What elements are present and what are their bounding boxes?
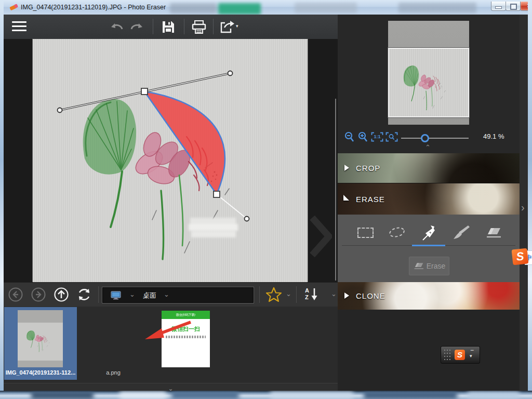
back-button[interactable]: [8, 287, 23, 302]
filmstrip-item-label: IMG_0474(20191231-112...: [4, 369, 77, 376]
clone-expand-icon: [344, 292, 349, 299]
refresh-button[interactable]: [77, 287, 91, 302]
redo-button[interactable]: [130, 21, 144, 32]
annotation-arrow: [139, 317, 196, 343]
close-icon: x: [521, 2, 528, 10]
pen-icon: [420, 225, 438, 241]
eraser-icon: [485, 225, 502, 241]
location-dropdown-chevron-icon[interactable]: ⌄: [164, 290, 169, 298]
actual-size-button[interactable]: 1:1: [371, 132, 383, 142]
zoom-controls: 1:1 49.1 % ⌃: [338, 130, 520, 148]
handle-point: [245, 217, 249, 221]
fit-screen-button[interactable]: [385, 132, 398, 142]
zoom-percent: 49.1 %: [483, 132, 504, 140]
erase-button[interactable]: Erase: [409, 257, 449, 275]
crop-label: CROP: [356, 164, 380, 172]
zoom-out-button[interactable]: [344, 131, 355, 143]
navigator-thumbnail[interactable]: [388, 21, 469, 125]
sort-letter-a: A: [305, 287, 309, 294]
photo-document[interactable]: [33, 39, 308, 282]
image-canvas[interactable]: [4, 39, 338, 282]
ime-floating-badge[interactable]: 中 S: [512, 248, 532, 268]
menu-button[interactable]: [12, 21, 26, 32]
app-icon: [9, 3, 19, 11]
next-image-arrow[interactable]: [309, 216, 332, 257]
bar-separator: [296, 286, 297, 303]
marquee-icon: [357, 228, 374, 238]
forward-button[interactable]: [31, 287, 46, 302]
sort-button[interactable]: A Z: [304, 287, 325, 303]
navigator-viewport[interactable]: [388, 48, 469, 117]
favorites-chevron-icon[interactable]: ⌄: [286, 290, 291, 298]
up-icon: [54, 287, 69, 302]
redo-icon: [130, 21, 144, 32]
sogou-logo: S: [512, 248, 529, 265]
sogou-logo[interactable]: S: [455, 350, 465, 360]
toolbar-separator: [184, 19, 184, 34]
erase-collapse-icon: [343, 195, 349, 201]
eraser-tool[interactable]: [485, 225, 502, 241]
desktop-location-icon: [111, 291, 121, 300]
marquee-select-tool[interactable]: [356, 225, 374, 241]
filmstrip-item-selected[interactable]: IMG_0474(20191231-112...: [4, 307, 77, 380]
desktop-edge-right: [528, 0, 532, 399]
title-bar[interactable]: IMG_0474(20191231-112019).JPG - Photo Er…: [4, 0, 528, 15]
back-icon: [8, 287, 23, 302]
erase-button-label: Erase: [427, 262, 446, 270]
ime-minimize[interactable]: −: [470, 347, 474, 354]
lotus-painting-mini: [389, 49, 468, 116]
save-button[interactable]: [161, 20, 176, 34]
close-button[interactable]: x: [520, 2, 528, 11]
maximize-button[interactable]: [506, 2, 521, 11]
desktop-edge-left: [0, 0, 4, 399]
erase-section-header[interactable]: ERASE: [338, 183, 520, 215]
favorites-button[interactable]: [265, 287, 282, 302]
filmstrip-item-label: a.png: [77, 369, 150, 376]
print-button[interactable]: [191, 20, 207, 34]
up-button[interactable]: [54, 287, 69, 302]
lasso-icon: [388, 225, 406, 241]
canvas-scrollbar[interactable]: [335, 99, 336, 281]
minimize-button[interactable]: [491, 2, 506, 11]
bar-separator: [98, 286, 99, 303]
location-chevron-icon[interactable]: ⌄: [129, 290, 135, 298]
bar-separator: [259, 286, 260, 303]
file-browser-bar: ⌄ 桌面 ⌄ ⌄ A Z ⌄: [4, 282, 338, 307]
pen-select-tool[interactable]: [420, 225, 438, 241]
fit-screen-icon: [385, 132, 398, 142]
navigator-collapse-chevron[interactable]: ⌃: [425, 143, 431, 151]
actual-size-label: 1:1: [371, 134, 383, 139]
location-bar[interactable]: ⌄ 桌面 ⌄: [102, 287, 254, 303]
clone-label: CLONE: [356, 291, 385, 300]
expand-panel-chevron[interactable]: ›: [521, 202, 525, 214]
undo-icon: [109, 21, 124, 32]
pen-selection-overlay[interactable]: [33, 39, 308, 282]
panel-expander-strip[interactable]: ›: [520, 15, 528, 391]
titlebar-reflection: [295, 3, 357, 13]
panel-empty-area: [338, 310, 520, 391]
crop-section-header[interactable]: CROP: [338, 153, 520, 183]
erase-label: ERASE: [356, 195, 385, 204]
clone-section-header[interactable]: CLONE: [338, 282, 520, 310]
crop-expand-icon: [344, 165, 349, 171]
export-button[interactable]: ▾: [219, 20, 241, 34]
sort-chevron-icon[interactable]: ⌄: [331, 290, 337, 298]
ime-status-bar[interactable]: S − ▾: [441, 346, 480, 364]
lasso-select-tool[interactable]: [388, 225, 406, 241]
undo-button[interactable]: [109, 21, 124, 32]
filmstrip-collapse-bar[interactable]: ⌄: [4, 383, 338, 391]
sort-letter-z: Z: [305, 294, 309, 300]
zoom-slider-handle[interactable]: [421, 134, 429, 142]
brush-tool[interactable]: [453, 225, 470, 241]
ime-caret-icon[interactable]: ▾: [470, 353, 472, 358]
export-caret-icon: ▾: [236, 23, 238, 29]
hamburger-icon: [12, 21, 26, 23]
zoom-slider-track[interactable]: [401, 138, 469, 139]
erase-button-icon: [413, 261, 424, 271]
anchor-handle: [214, 191, 220, 197]
ime-drag-handle[interactable]: [444, 350, 453, 360]
zoom-in-button[interactable]: [357, 131, 369, 143]
filmstrip: IMG_0474(20191231-112... 微信扫码下载! 微信扫一扫 a…: [4, 307, 338, 383]
right-panel: 1:1 49.1 % ⌃ CROP ERASE: [338, 15, 520, 391]
forward-icon: [31, 287, 46, 302]
